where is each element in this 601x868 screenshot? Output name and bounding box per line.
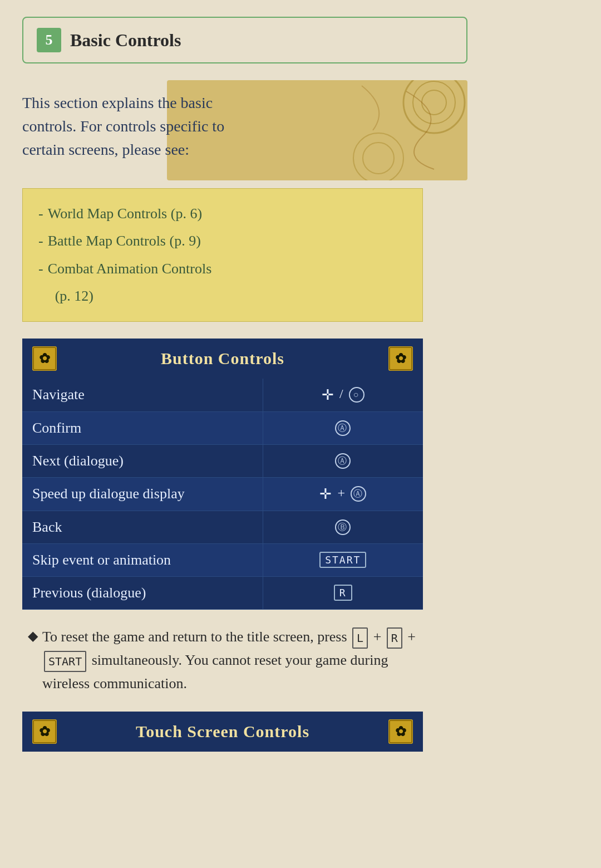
key-cell: ✛ + Ⓐ — [263, 477, 423, 511]
touch-ornament-right: ✿ — [388, 719, 413, 744]
dpad-icon: ✛ — [322, 387, 335, 403]
link-item-3: - Combat Animation Controls (p. 12) — [38, 255, 407, 310]
button-controls-title: Button Controls — [161, 349, 284, 368]
b-button: Ⓑ — [335, 519, 351, 535]
table-row: Skip event or animation START — [22, 543, 423, 576]
a-button-2: Ⓐ — [335, 453, 351, 469]
link-text-1: World Map Controls (p. 6) — [48, 200, 202, 227]
ornament-right: ✿ — [388, 346, 413, 371]
action-cell: Next (dialogue) — [22, 444, 263, 477]
intro-text: This section explains the basic controls… — [22, 80, 256, 173]
key-cell: Ⓐ — [263, 411, 423, 444]
table-row: Confirm Ⓐ — [22, 411, 423, 444]
header-card: 5 Basic Controls — [22, 17, 467, 63]
dpad-icon-2: ✛ — [319, 486, 333, 502]
table-row: Back Ⓑ — [22, 511, 423, 543]
diamond-icon: ◆ — [28, 625, 38, 646]
note-section: ◆ To reset the game and return to the ti… — [22, 625, 423, 695]
link-item-1: - World Map Controls (p. 6) — [38, 200, 407, 227]
dash-3: - — [38, 255, 43, 282]
circle-icon: ○ — [349, 387, 364, 403]
action-cell: Skip event or animation — [22, 543, 263, 576]
touch-controls-title: Touch Screen Controls — [136, 722, 309, 741]
section-number: 5 — [37, 28, 61, 52]
key-cell: Ⓐ — [263, 444, 423, 477]
table-row: Previous (dialogue) R — [22, 576, 423, 609]
a-button: Ⓐ — [335, 420, 351, 436]
link-text-3: Combat Animation Controls (p. 12) — [48, 255, 212, 310]
key-cell: START — [263, 543, 423, 576]
key-cell: ✛ / ○ — [263, 379, 423, 412]
key-cell: R — [263, 576, 423, 609]
separator: / — [339, 386, 349, 401]
controls-table: Navigate ✛ / ○ Confirm Ⓐ Next (dialogue)… — [22, 379, 423, 610]
table-row: Navigate ✛ / ○ — [22, 379, 423, 412]
note-line: ◆ To reset the game and return to the ti… — [28, 625, 417, 695]
action-cell: Speed up dialogue display — [22, 477, 263, 511]
table-row: Speed up dialogue display ✛ + Ⓐ — [22, 477, 423, 511]
dash-2: - — [38, 227, 43, 254]
r-key-note: R — [387, 627, 402, 649]
action-cell: Confirm — [22, 411, 263, 444]
svg-text:✿: ✿ — [39, 351, 50, 366]
link-text-2: Battle Map Controls (p. 9) — [48, 227, 201, 254]
action-cell: Previous (dialogue) — [22, 576, 263, 609]
start-key-note: START — [44, 651, 86, 672]
svg-text:✿: ✿ — [39, 724, 50, 739]
action-cell: Navigate — [22, 379, 263, 412]
start-key: START — [319, 552, 366, 568]
svg-text:✿: ✿ — [395, 724, 406, 739]
key-cell: Ⓑ — [263, 511, 423, 543]
touch-ornament-left: ✿ — [32, 719, 57, 744]
l-key: L — [352, 627, 368, 649]
ornament-left: ✿ — [32, 346, 57, 371]
table-row: Next (dialogue) Ⓐ — [22, 444, 423, 477]
plus-sign: + — [337, 486, 351, 500]
button-controls-header: ✿ Button Controls ✿ — [22, 339, 423, 379]
action-cell: Back — [22, 511, 263, 543]
r-key: R — [334, 585, 352, 601]
touch-controls-header: ✿ Touch Screen Controls ✿ — [22, 712, 423, 752]
link-item-2: - Battle Map Controls (p. 9) — [38, 227, 407, 254]
links-box: - World Map Controls (p. 6) - Battle Map… — [22, 188, 423, 322]
a-button-3: Ⓐ — [351, 486, 366, 502]
intro-section: This section explains the basic controls… — [22, 80, 467, 173]
note-text: To reset the game and return to the titl… — [42, 625, 417, 695]
svg-text:✿: ✿ — [395, 351, 406, 366]
dash-1: - — [38, 200, 43, 227]
page-title: Basic Controls — [70, 30, 181, 51]
